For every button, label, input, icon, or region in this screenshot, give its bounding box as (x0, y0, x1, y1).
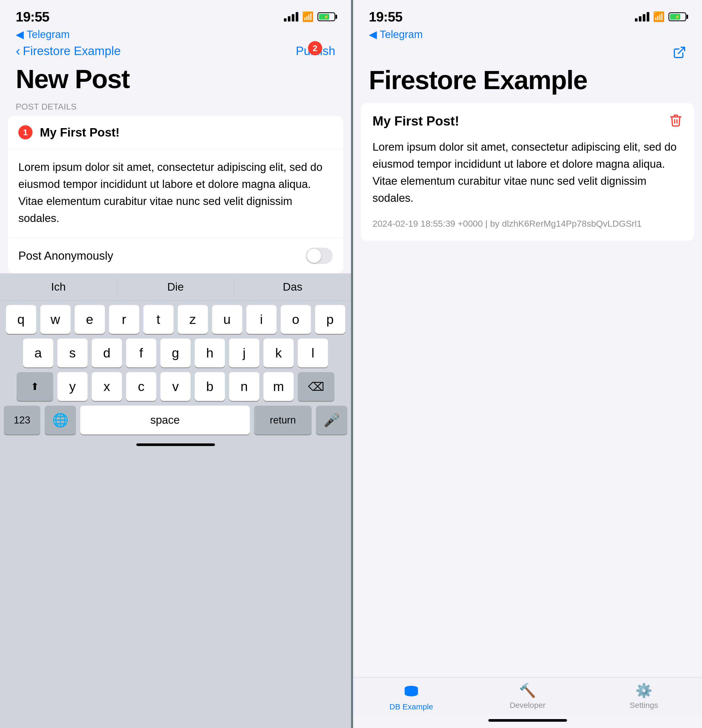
time-left: 19:55 (16, 9, 49, 25)
key-x[interactable]: x (92, 372, 122, 401)
content-spacer (353, 241, 702, 677)
key-shift[interactable]: ⬆ (16, 372, 53, 401)
form-card: 1 My First Post! Lorem ipsum dolor sit a… (8, 116, 343, 273)
key-q[interactable]: q (6, 305, 36, 334)
key-e[interactable]: e (75, 305, 105, 334)
post-card: My First Post! Lorem ipsum dolor sit ame… (361, 103, 694, 241)
key-s[interactable]: s (57, 339, 88, 367)
keyboard-suggestions: Ich Die Das (0, 273, 351, 301)
post-body-text: Lorem ipsum dolor sit amet, consectetur … (18, 161, 323, 224)
battery-fill-right: ⚡ (670, 14, 680, 20)
key-t[interactable]: t (143, 305, 174, 334)
wifi-icon-right: 📶 (653, 11, 665, 22)
post-card-header: My First Post! (372, 114, 683, 130)
key-b[interactable]: b (195, 372, 225, 401)
share-icon[interactable] (673, 46, 686, 62)
nav-back-button[interactable]: ‹ Firestore Example (16, 43, 121, 59)
key-g[interactable]: g (161, 339, 191, 367)
toggle-row: Post Anonymously (8, 238, 343, 273)
key-return[interactable]: return (254, 406, 312, 435)
keyboard-rows: q w e r t z u i o p a s d f g h j k (0, 301, 351, 401)
tab-developer[interactable]: 🔨 Developer (469, 683, 586, 711)
key-mic[interactable]: 🎤 (316, 406, 347, 435)
key-u[interactable]: u (212, 305, 242, 334)
signal-icon-right (635, 12, 649, 22)
step-badge: 1 (18, 125, 32, 139)
home-bar-indicator-right (488, 719, 567, 722)
key-row-1: q w e r t z u i o p (4, 305, 347, 334)
key-y[interactable]: y (57, 372, 88, 401)
key-space[interactable]: space (80, 406, 250, 435)
key-m[interactable]: m (263, 372, 294, 401)
key-row-2: a s d f g h j k l (4, 339, 347, 367)
chevron-left-icon: ‹ (16, 43, 20, 59)
toggle-knob (307, 249, 321, 263)
key-globe[interactable]: 🌐 (45, 406, 76, 435)
key-k[interactable]: k (263, 339, 294, 367)
key-l[interactable]: l (298, 339, 328, 367)
key-a[interactable]: a (23, 339, 53, 367)
battery-fill: ⚡ (319, 14, 329, 20)
status-bar-right: 19:55 📶 ⚡ (353, 0, 702, 26)
post-anonymous-toggle[interactable] (306, 248, 333, 264)
tab-db-example[interactable]: DB Example (353, 683, 469, 711)
post-title-field[interactable]: My First Post! (40, 125, 120, 139)
key-numbers[interactable]: 123 (4, 406, 41, 435)
post-card-title: My First Post! (372, 114, 459, 129)
tab-settings[interactable]: ⚙️ Settings (586, 683, 702, 711)
tab-bar: DB Example 🔨 Developer ⚙️ Settings (353, 677, 702, 714)
nav-badge: 2 (308, 41, 322, 55)
key-w[interactable]: w (41, 305, 71, 334)
battery-icon: ⚡ (317, 12, 335, 21)
publish-area: Publish 2 (296, 44, 335, 58)
post-title-row: 1 My First Post! (8, 116, 343, 149)
suggestion-das[interactable]: Das (234, 278, 351, 296)
key-z[interactable]: z (178, 305, 208, 334)
developer-icon: 🔨 (519, 683, 536, 699)
home-bar-indicator (136, 443, 215, 446)
section-header: POST DETAILS (0, 102, 351, 116)
time-right: 19:55 (369, 9, 402, 25)
key-f[interactable]: f (126, 339, 156, 367)
key-p[interactable]: p (315, 305, 345, 334)
status-bar-left: 19:55 📶 ⚡ (0, 0, 351, 26)
key-v[interactable]: v (161, 372, 191, 401)
key-delete[interactable]: ⌫ (298, 372, 334, 401)
signal-bar-3 (292, 14, 294, 22)
battery-icon-right: ⚡ (669, 12, 686, 21)
keyboard-bottom-row: 123 🌐 space return 🎤 (0, 401, 351, 438)
key-o[interactable]: o (281, 305, 311, 334)
tab-developer-label: Developer (509, 701, 546, 710)
right-phone-panel: 19:55 📶 ⚡ ◀ Telegram (353, 0, 702, 728)
suggestion-die[interactable]: Die (117, 278, 234, 296)
telegram-back-right[interactable]: ◀ Telegram (353, 26, 702, 40)
status-icons-right: 📶 ⚡ (635, 11, 686, 22)
key-j[interactable]: j (229, 339, 259, 367)
key-row-3: ⬆ y x c v b n m ⌫ (4, 372, 347, 401)
db-example-icon (404, 683, 419, 700)
key-c[interactable]: c (126, 372, 156, 401)
telegram-back-left[interactable]: ◀ Telegram (0, 26, 351, 40)
nav-back-label: Firestore Example (23, 44, 120, 58)
post-card-meta: 2024-02-19 18:55:39 +0000 | by dlzhK6Rer… (372, 217, 683, 230)
post-body-field[interactable]: Lorem ipsum dolor sit amet, consectetur … (8, 149, 343, 238)
battery-bolt: ⚡ (324, 14, 329, 19)
home-bar-right (353, 714, 702, 728)
delete-post-button[interactable] (669, 114, 683, 130)
key-d[interactable]: d (92, 339, 122, 367)
key-i[interactable]: i (246, 305, 276, 334)
wifi-icon: 📶 (302, 11, 314, 22)
suggestion-ich[interactable]: Ich (0, 278, 117, 296)
signal-bar-2 (288, 16, 291, 22)
toggle-label: Post Anonymously (18, 249, 113, 262)
key-r[interactable]: r (109, 305, 139, 334)
battery-bolt-right: ⚡ (675, 14, 680, 19)
panel-divider (351, 0, 353, 728)
left-phone-panel: 19:55 📶 ⚡ ◀ Telegram ‹ Firestore Example… (0, 0, 351, 728)
tab-db-example-label: DB Example (389, 702, 433, 711)
page-title-right: Firestore Example (353, 62, 702, 103)
key-n[interactable]: n (229, 372, 259, 401)
page-title-left: New Post (0, 59, 351, 102)
nav-bar-right (353, 40, 702, 62)
key-h[interactable]: h (195, 339, 225, 367)
